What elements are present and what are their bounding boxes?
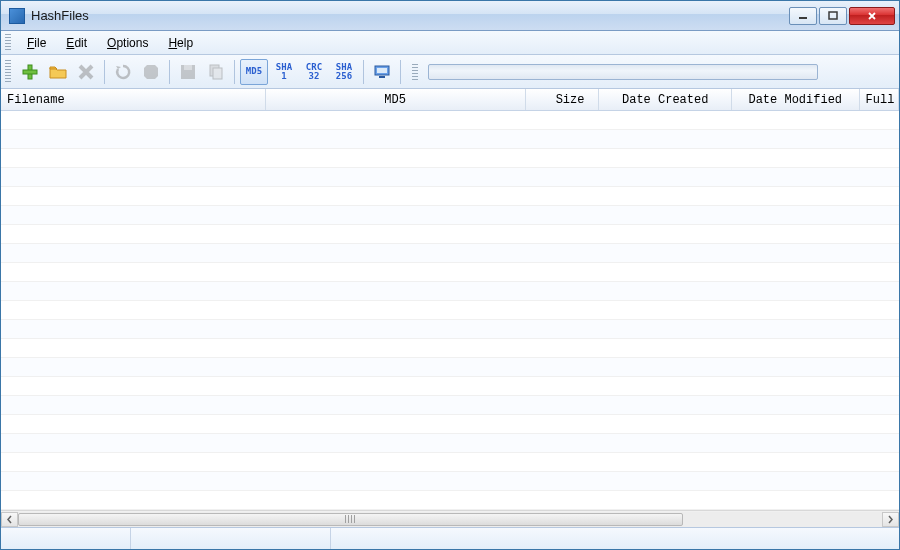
maximize-button[interactable] — [819, 7, 847, 25]
minimize-icon — [797, 11, 809, 21]
svg-rect-10 — [377, 68, 387, 73]
table-row — [1, 187, 899, 206]
table-row — [1, 149, 899, 168]
table-row — [1, 320, 899, 339]
view-button[interactable] — [369, 59, 395, 85]
stop-button — [138, 59, 164, 85]
col-size[interactable]: Size — [526, 89, 600, 110]
monitor-icon — [372, 62, 392, 82]
table-row — [1, 358, 899, 377]
table-row — [1, 225, 899, 244]
hash-mode-sha256[interactable]: SHA 256 — [330, 59, 358, 85]
menu-options[interactable]: Options — [97, 34, 158, 52]
stop-icon — [141, 62, 161, 82]
window-controls — [789, 7, 895, 25]
column-headers: Filename MD5 Size Date Created Date Modi… — [1, 89, 899, 111]
menu-help[interactable]: Help — [158, 34, 203, 52]
hash-mode-sha1[interactable]: SHA 1 — [270, 59, 298, 85]
scroll-thumb[interactable] — [18, 513, 683, 526]
add-file-button[interactable] — [17, 59, 43, 85]
status-cell — [131, 528, 331, 549]
table-row — [1, 206, 899, 225]
folder-icon — [48, 62, 68, 82]
menubar-grip-icon — [5, 34, 11, 52]
file-grid[interactable] — [1, 111, 899, 510]
open-folder-button[interactable] — [45, 59, 71, 85]
table-row — [1, 434, 899, 453]
thumb-grip-icon — [345, 515, 357, 523]
copy-icon — [206, 62, 226, 82]
hash-mode-md5[interactable]: MD5 — [240, 59, 268, 85]
table-row — [1, 301, 899, 320]
table-row — [1, 453, 899, 472]
table-row — [1, 168, 899, 187]
close-button[interactable] — [849, 7, 895, 25]
svg-rect-11 — [379, 76, 385, 78]
grip-icon — [412, 64, 418, 80]
col-date-modified[interactable]: Date Modified — [732, 89, 860, 110]
toolbar-separator — [234, 60, 235, 84]
toolbar-separator — [104, 60, 105, 84]
progress-area — [412, 64, 895, 80]
copy-button — [203, 59, 229, 85]
toolbar-grip-icon — [5, 60, 11, 84]
svg-rect-3 — [23, 70, 37, 74]
menu-file[interactable]: File — [17, 34, 56, 52]
horizontal-scrollbar[interactable] — [1, 510, 899, 527]
statusbar — [1, 527, 899, 549]
svg-rect-6 — [184, 65, 192, 70]
window-title: HashFiles — [31, 8, 789, 23]
progress-bar — [428, 64, 818, 80]
table-row — [1, 377, 899, 396]
svg-rect-0 — [799, 17, 807, 19]
table-row — [1, 491, 899, 510]
refresh-icon — [113, 62, 133, 82]
toolbar-separator — [400, 60, 401, 84]
minimize-button[interactable] — [789, 7, 817, 25]
svg-rect-8 — [213, 68, 222, 79]
refresh-button — [110, 59, 136, 85]
table-row — [1, 339, 899, 358]
scroll-right-button[interactable] — [882, 512, 899, 527]
table-row — [1, 244, 899, 263]
col-full[interactable]: Full — [860, 89, 899, 110]
disk-icon — [178, 62, 198, 82]
x-icon — [76, 62, 96, 82]
menu-edit[interactable]: Edit — [56, 34, 97, 52]
col-md5[interactable]: MD5 — [266, 89, 526, 110]
table-row — [1, 130, 899, 149]
scroll-left-button[interactable] — [1, 512, 18, 527]
app-window: HashFiles File Edit Options Help — [0, 0, 900, 550]
col-date-created[interactable]: Date Created — [599, 89, 732, 110]
menubar: File Edit Options Help — [1, 31, 899, 55]
table-row — [1, 282, 899, 301]
table-row — [1, 472, 899, 491]
status-cell — [331, 528, 899, 549]
scroll-track[interactable] — [18, 512, 882, 527]
table-row — [1, 263, 899, 282]
col-filename[interactable]: Filename — [1, 89, 266, 110]
svg-rect-1 — [829, 12, 837, 19]
toolbar-separator — [169, 60, 170, 84]
app-icon — [9, 8, 25, 24]
table-row — [1, 415, 899, 434]
svg-marker-4 — [144, 65, 158, 79]
maximize-icon — [827, 11, 839, 21]
table-row — [1, 396, 899, 415]
hash-mode-crc32[interactable]: CRC 32 — [300, 59, 328, 85]
status-cell — [1, 528, 131, 549]
remove-button — [73, 59, 99, 85]
chevron-left-icon — [6, 515, 13, 524]
close-icon — [866, 11, 878, 21]
titlebar: HashFiles — [1, 1, 899, 31]
chevron-right-icon — [887, 515, 894, 524]
plus-icon — [20, 62, 40, 82]
toolbar: MD5 SHA 1 CRC 32 SHA 256 — [1, 55, 899, 89]
table-row — [1, 111, 899, 130]
save-button — [175, 59, 201, 85]
toolbar-separator — [363, 60, 364, 84]
